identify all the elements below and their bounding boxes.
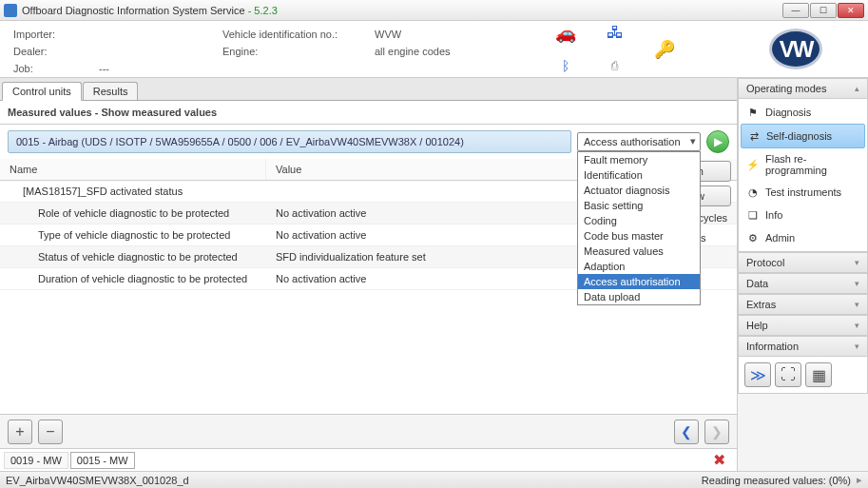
remove-button[interactable]: − xyxy=(38,420,63,444)
mode-label: Flash re-programming xyxy=(765,153,859,176)
usb-icon[interactable]: ⎙ xyxy=(602,52,628,79)
mode-diagnosis: ⚑Diagnosis xyxy=(741,101,865,124)
chevron-down-icon: ▾ xyxy=(855,300,859,309)
bottom-toolbar: + − ❮ ❯ xyxy=(0,414,737,448)
path-0019[interactable]: 0019 - MW xyxy=(4,452,68,469)
sidebar-toolbar: ≫ ⛶ ▦ xyxy=(738,357,868,394)
dropdown-item[interactable]: Basic setting xyxy=(578,198,700,213)
vw-logo: VW xyxy=(769,29,822,69)
tab-control-units[interactable]: Control units xyxy=(2,82,82,101)
status-bar: EV_AirbaVW40SMEVW38X_001028_d Reading me… xyxy=(0,471,868,488)
unit-s: s xyxy=(701,232,706,244)
window-title: Offboard Diagnostic Information System S… xyxy=(22,5,782,16)
mode-icon: ❏ xyxy=(746,208,760,222)
dropdown-list: Fault memoryIdentificationActuator diagn… xyxy=(577,151,701,305)
key-icon[interactable]: 🔑 xyxy=(651,36,678,63)
maximize-button[interactable]: ☐ xyxy=(810,3,837,18)
chevron-down-icon: ▾ xyxy=(855,342,859,351)
importer-label: Importer: xyxy=(13,29,99,40)
panel-information[interactable]: Information▾ xyxy=(738,336,868,357)
row-name: Type of vehicle diagnostic to be protect… xyxy=(0,224,266,245)
chevron-down-icon: ▾ xyxy=(855,258,859,267)
mode-icon: ⚙ xyxy=(746,231,760,244)
mode-label: Info xyxy=(765,209,782,221)
chevron-down-icon: ▾ xyxy=(855,279,859,288)
close-button[interactable]: ✕ xyxy=(838,3,864,18)
dropdown-item[interactable]: Fault memory xyxy=(578,152,700,167)
prev-button[interactable]: ❮ xyxy=(674,420,699,444)
panel-help[interactable]: Help▾ xyxy=(738,315,868,336)
job-value: --- xyxy=(99,63,109,74)
bluetooth-icon[interactable]: ᛒ xyxy=(552,52,579,79)
add-button[interactable]: + xyxy=(8,420,32,444)
panel-protocol[interactable]: Protocol▾ xyxy=(738,252,868,273)
path-bar: 0019 - MW 0015 - MW ✖ xyxy=(0,448,737,471)
path-0015[interactable]: 0015 - MW xyxy=(70,452,135,469)
dropdown-item[interactable]: Measured values xyxy=(578,244,700,259)
mode-label: Admin xyxy=(765,232,795,244)
mode-label: Diagnosis xyxy=(765,107,811,118)
mode-icon: ◔ xyxy=(746,185,760,199)
engine-label: Engine: xyxy=(222,46,375,57)
continue-button[interactable]: ≫ xyxy=(744,362,771,387)
panel-data[interactable]: Data▾ xyxy=(738,273,868,294)
car-icon[interactable]: 🚗 xyxy=(552,20,579,47)
next-button[interactable]: ❯ xyxy=(704,420,729,444)
header: Importer: Dealer: Job:--- Vehicle identi… xyxy=(0,21,868,78)
vin-label: Vehicle identification no.: xyxy=(222,29,375,40)
row-name: [MAS18157]_SFD activated status xyxy=(0,181,266,202)
sidebar: Operating modes▴ ⚑Diagnosis⇄Self-diagnos… xyxy=(738,78,868,471)
dropdown-item[interactable]: Code bus master xyxy=(578,228,700,244)
expand-button[interactable]: ⛶ xyxy=(775,362,801,387)
titlebar: Offboard Diagnostic Information System S… xyxy=(0,0,868,21)
unit-label: 0015 - Airbag (UDS / ISOTP / 5WA959655A … xyxy=(8,130,571,153)
vin-value: WVW xyxy=(375,29,401,40)
panel-operating-modes[interactable]: Operating modes▴ xyxy=(738,78,868,99)
dropdown-item[interactable]: Identification xyxy=(578,167,700,183)
print-button[interactable]: ▦ xyxy=(805,362,832,387)
row-name: Role of vehicle diagnostic to be protect… xyxy=(0,203,266,224)
mode-icon: ⚡ xyxy=(746,158,760,171)
panel-extras[interactable]: Extras▾ xyxy=(738,294,868,315)
dealer-label: Dealer: xyxy=(13,46,99,57)
mode-label: Self-diagnosis xyxy=(766,130,832,142)
section-title: Measured values - Show measured values xyxy=(0,101,737,125)
mode-label: Test instruments xyxy=(765,186,841,198)
minimize-button[interactable]: — xyxy=(782,3,809,18)
status-left: EV_AirbaVW40SMEVW38X_001028_d xyxy=(6,475,189,486)
status-arrow-icon: ▸ xyxy=(857,474,862,486)
mode-icon: ⇄ xyxy=(747,129,761,143)
function-dropdown[interactable]: Access authorisation xyxy=(577,132,701,151)
dropdown-item[interactable]: Coding xyxy=(578,213,700,228)
row-name: Duration of vehicle diagnostic to be pro… xyxy=(0,268,266,289)
mode-flash-re-programming: ⚡Flash re-programming xyxy=(741,148,865,181)
dropdown-item[interactable]: Actuator diagnosis xyxy=(578,183,700,198)
mode-info[interactable]: ❏Info xyxy=(741,204,865,226)
go-button[interactable]: ▶ xyxy=(706,130,729,153)
delete-button[interactable]: ✖ xyxy=(705,451,733,469)
chevron-up-icon: ▴ xyxy=(855,84,859,93)
tabs: Control units Results xyxy=(0,78,737,101)
app-icon xyxy=(4,4,17,17)
mode-self-diagnosis[interactable]: ⇄Self-diagnosis xyxy=(741,124,865,148)
dropdown-item[interactable]: Data upload xyxy=(578,289,700,304)
connection-icon[interactable]: 🖧 xyxy=(602,20,628,47)
engine-value: all engine codes xyxy=(375,46,451,57)
tab-results[interactable]: Results xyxy=(83,82,139,100)
status-right: Reading measured values: (0%) xyxy=(702,475,851,486)
dropdown-item[interactable]: Adaption xyxy=(578,259,700,274)
chevron-down-icon: ▾ xyxy=(855,321,859,330)
job-label: Job: xyxy=(13,63,99,74)
dropdown-item[interactable]: Access authorisation xyxy=(578,274,700,289)
mode-test-instruments[interactable]: ◔Test instruments xyxy=(741,181,865,204)
col-name: Name xyxy=(0,159,266,180)
mode-icon: ⚑ xyxy=(746,106,760,119)
row-name: Status of vehicle diagnostic to be prote… xyxy=(0,246,266,267)
mode-admin[interactable]: ⚙Admin xyxy=(741,226,865,249)
